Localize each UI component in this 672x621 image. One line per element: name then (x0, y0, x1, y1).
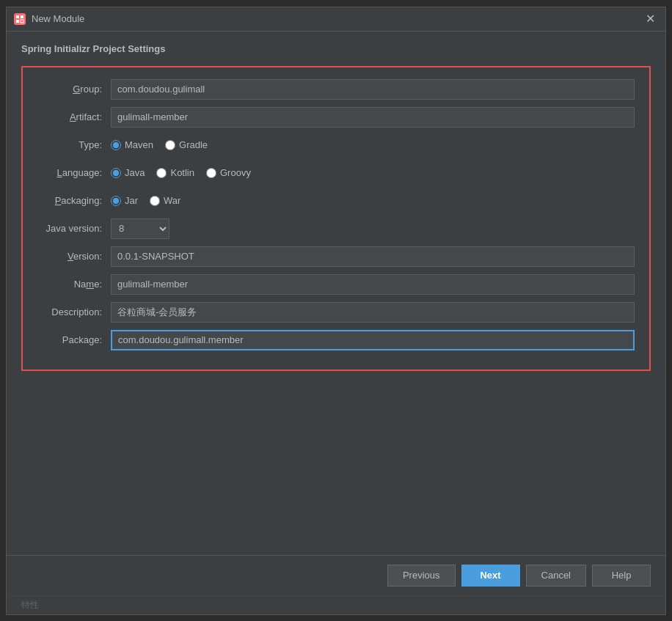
language-kotlin-radio[interactable] (156, 168, 167, 178)
artifact-input[interactable] (111, 107, 635, 128)
description-input[interactable] (111, 302, 635, 323)
version-label: Version: (37, 251, 111, 262)
language-groovy-option[interactable]: Groovy (206, 167, 251, 178)
package-input[interactable] (111, 330, 635, 350)
language-java-label: Java (125, 167, 145, 178)
language-label: Language: (37, 167, 111, 178)
svg-rect-1 (16, 15, 19, 18)
group-input[interactable] (111, 79, 635, 100)
dialog-footer: Previous Next Cancel Help (7, 555, 665, 595)
packaging-war-option[interactable]: War (150, 195, 180, 206)
language-groovy-radio[interactable] (206, 168, 216, 178)
app-icon (14, 13, 26, 25)
description-row: Description: (37, 302, 635, 323)
package-row: Package: (37, 330, 635, 350)
type-gradle-option[interactable]: Gradle (165, 139, 208, 150)
help-button[interactable]: Help (592, 565, 651, 587)
type-gradle-radio[interactable] (165, 140, 175, 150)
name-row: Name: (37, 274, 635, 295)
svg-rect-3 (16, 20, 19, 23)
settings-panel: Group: Artifact: Type: Maven (21, 66, 651, 371)
dialog: New Module ✕ Spring Initializr Project S… (6, 7, 666, 615)
artifact-label: Artifact: (37, 111, 111, 122)
section-title: Spring Initializr Project Settings (21, 43, 651, 54)
packaging-war-radio[interactable] (150, 196, 160, 206)
type-label: Type: (37, 139, 111, 150)
type-maven-option[interactable]: Maven (111, 139, 153, 150)
name-input[interactable] (111, 274, 635, 295)
language-kotlin-label: Kotlin (170, 167, 194, 178)
language-radio-group: Java Kotlin Groovy (111, 167, 251, 178)
packaging-jar-label: Jar (125, 195, 138, 206)
svg-rect-2 (21, 15, 23, 18)
packaging-war-label: War (164, 195, 180, 206)
language-groovy-label: Groovy (220, 167, 251, 178)
version-input[interactable] (111, 246, 635, 267)
language-java-radio[interactable] (111, 168, 121, 178)
previous-button[interactable]: Previous (387, 565, 456, 587)
language-row: Language: Java Kotlin Groovy (37, 163, 635, 183)
svg-rect-4 (21, 20, 23, 23)
next-button[interactable]: Next (461, 565, 520, 587)
java-version-select[interactable]: 8 11 17 (111, 218, 169, 239)
package-label: Package: (37, 334, 111, 345)
java-version-row: Java version: 8 11 17 (37, 218, 635, 239)
packaging-label: Packaging: (37, 195, 111, 206)
close-button[interactable]: ✕ (643, 13, 658, 25)
type-maven-label: Maven (125, 139, 153, 150)
version-row: Version: (37, 246, 635, 267)
group-label: Group: (37, 84, 111, 95)
bottom-hint: 特性 (7, 595, 665, 614)
language-kotlin-option[interactable]: Kotlin (156, 167, 194, 178)
type-maven-radio[interactable] (111, 140, 121, 150)
packaging-jar-radio[interactable] (111, 196, 121, 206)
cancel-button[interactable]: Cancel (526, 565, 586, 587)
java-version-label: Java version: (37, 223, 111, 234)
artifact-row: Artifact: (37, 107, 635, 128)
packaging-jar-option[interactable]: Jar (111, 195, 138, 206)
packaging-row: Packaging: Jar War (37, 191, 635, 211)
svg-rect-0 (14, 13, 26, 25)
name-label: Name: (37, 279, 111, 290)
type-row: Type: Maven Gradle (37, 135, 635, 155)
description-label: Description: (37, 306, 111, 317)
type-gradle-label: Gradle (179, 139, 208, 150)
language-java-option[interactable]: Java (111, 167, 145, 178)
packaging-radio-group: Jar War (111, 195, 180, 206)
title-bar: New Module ✕ (7, 7, 665, 32)
dialog-title: New Module (32, 13, 643, 24)
type-radio-group: Maven Gradle (111, 139, 208, 150)
dialog-body: Spring Initializr Project Settings Group… (7, 32, 665, 555)
group-row: Group: (37, 79, 635, 100)
